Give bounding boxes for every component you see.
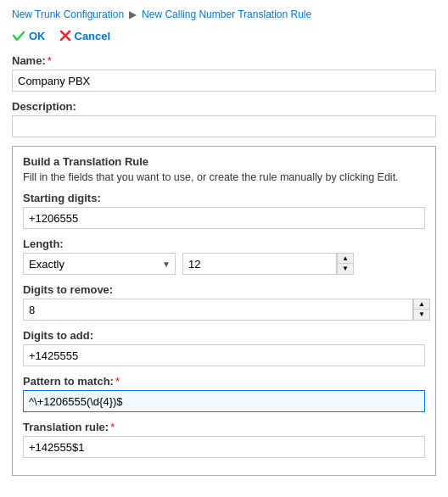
- breadcrumb-current: New Calling Number Translation Rule: [142, 8, 311, 20]
- pattern-to-match-input[interactable]: [23, 390, 425, 412]
- pattern-required: *: [115, 375, 120, 388]
- starting-digits-label: Starting digits:: [23, 192, 101, 204]
- description-input[interactable]: [12, 115, 436, 137]
- length-row: Exactly At least At most ▼ ▲ ▼: [23, 253, 425, 275]
- digits-remove-spinner-buttons: ▲ ▼: [413, 299, 430, 321]
- length-select-wrapper: Exactly At least At most ▼: [23, 253, 176, 275]
- translation-rule-input[interactable]: [23, 436, 425, 458]
- digits-remove-decrement-button[interactable]: ▼: [414, 310, 429, 320]
- length-spinner: ▲ ▼: [182, 253, 354, 275]
- description-field-group: Description:: [12, 100, 436, 137]
- name-field-group: Name:*: [12, 54, 436, 92]
- digits-to-remove-label: Digits to remove:: [23, 283, 113, 296]
- digits-to-add-label: Digits to add:: [23, 329, 93, 342]
- digits-to-remove-spinner: ▲ ▼: [23, 299, 430, 321]
- name-label-block: Name:*: [12, 54, 436, 67]
- cancel-icon: [59, 30, 71, 42]
- digits-to-remove-row: ▲ ▼: [23, 299, 425, 321]
- translation-rule-title: Build a Translation Rule: [23, 155, 425, 168]
- length-decrement-button[interactable]: ▼: [338, 264, 353, 274]
- cancel-button[interactable]: Cancel: [59, 30, 111, 42]
- ok-icon: [12, 29, 25, 42]
- spinner-buttons: ▲ ▼: [337, 253, 354, 275]
- digits-to-remove-group: Digits to remove: ▲ ▼: [23, 283, 425, 321]
- breadcrumb-separator: ▶: [129, 8, 137, 20]
- breadcrumb: New Trunk Configuration ▶ New Calling Nu…: [12, 8, 436, 20]
- digits-to-remove-input[interactable]: [23, 299, 413, 321]
- digits-to-add-group: Digits to add:: [23, 329, 425, 366]
- digits-remove-increment-button[interactable]: ▲: [414, 299, 429, 310]
- breadcrumb-parent[interactable]: New Trunk Configuration: [12, 8, 124, 20]
- length-number-input[interactable]: [182, 253, 337, 275]
- translation-rule-required: *: [110, 421, 115, 433]
- pattern-to-match-group: Pattern to match:*: [23, 375, 425, 412]
- length-group: Length: Exactly At least At most ▼ ▲ ▼: [23, 237, 425, 275]
- name-input[interactable]: [12, 70, 436, 92]
- description-label: Description:: [12, 100, 76, 113]
- starting-digits-group: Starting digits:: [23, 192, 425, 229]
- length-increment-button[interactable]: ▲: [338, 254, 353, 264]
- page-container: New Trunk Configuration ▶ New Calling Nu…: [0, 0, 448, 493]
- ok-button[interactable]: OK: [12, 29, 46, 42]
- translation-rule-label: Translation rule:: [23, 421, 109, 433]
- starting-digits-input[interactable]: [23, 207, 425, 229]
- cancel-label: Cancel: [75, 30, 111, 42]
- translation-rule-desc: Fill in the fields that you want to use,…: [23, 171, 425, 183]
- name-label: Name:: [12, 54, 46, 67]
- toolbar: OK Cancel: [12, 29, 436, 42]
- translation-rule-group: Translation rule:*: [23, 421, 425, 458]
- pattern-to-match-label: Pattern to match:: [23, 375, 114, 388]
- description-label-block: Description:: [12, 100, 436, 113]
- digits-to-add-input[interactable]: [23, 344, 425, 366]
- length-label: Length:: [23, 237, 64, 250]
- length-select[interactable]: Exactly At least At most: [23, 253, 176, 275]
- ok-label: OK: [29, 30, 46, 42]
- name-required: *: [48, 54, 52, 67]
- translation-rule-box: Build a Translation Rule Fill in the fie…: [12, 146, 436, 476]
